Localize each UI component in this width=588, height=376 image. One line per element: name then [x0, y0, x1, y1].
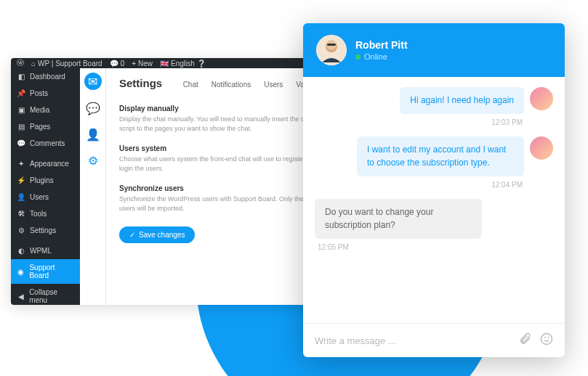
setting-desc: Choose what users system the front-end c… [119, 155, 323, 173]
sidebar-item-dashboard[interactable]: ◧Dashboard [11, 68, 80, 85]
dashboard-icon: ◧ [17, 73, 25, 81]
message-row: Do you want to change your subscription … [315, 199, 553, 239]
settings-tab-icon[interactable]: ⚙ [85, 152, 101, 168]
chat-messages: Hi again! I need help again 12:03 PM I w… [303, 77, 565, 323]
message-time: 12:05 PM [315, 243, 553, 251]
sidebar-item-wpml[interactable]: ◐WPML [11, 242, 80, 259]
agent-name: Robert Pitt [355, 39, 408, 51]
save-button[interactable]: ✓Save changes [119, 226, 195, 243]
chat-header: Robert Pitt Online [303, 23, 565, 77]
sidebar-item-support-board[interactable]: ◉Support Board [11, 259, 80, 284]
comments-icon: 💬 [17, 139, 25, 147]
media-icon: ▣ [17, 106, 25, 114]
online-dot-icon [355, 54, 361, 60]
lang-switch[interactable]: 🇬🇧 English ❔ [160, 60, 206, 68]
wpml-icon: ◐ [17, 247, 25, 255]
svg-point-5 [544, 337, 545, 338]
wp-admin-sidebar: ◧Dashboard 📌Posts ▣Media ▤Pages 💬Comment… [11, 68, 80, 305]
conversations-icon[interactable]: 💬 [85, 100, 101, 116]
pages-icon: ▤ [17, 123, 25, 131]
sidebar-item-settings[interactable]: ⚙Settings [11, 222, 80, 239]
users-icon: 👤 [17, 193, 25, 201]
sidebar-item-posts[interactable]: 📌Posts [11, 85, 80, 102]
brand-icon[interactable]: ✉ [84, 73, 102, 90]
sidebar-item-appearance[interactable]: ✦Appearance [11, 155, 80, 172]
message-row: Hi again! I need help again [315, 87, 553, 114]
pin-icon: 📌 [17, 89, 25, 97]
visitor-avatar [530, 87, 553, 110]
svg-rect-3 [327, 44, 336, 46]
setting-desc: Synchronize the WordPress users with Sup… [119, 195, 323, 213]
agent-status: Online [355, 52, 408, 61]
support-board-iconbar: ✉ 💬 👤 ⚙ [80, 68, 106, 305]
sidebar-item-pages[interactable]: ▤Pages [11, 118, 80, 135]
agent-avatar [316, 35, 347, 65]
message-bubble: Do you want to change your subscription … [315, 199, 482, 239]
message-bubble: I want to edit my account and I want to … [357, 136, 524, 176]
plug-icon: ⚡ [17, 176, 25, 184]
sidebar-item-users[interactable]: 👤Users [11, 189, 80, 205]
page-title: Settings [119, 77, 162, 89]
sidebar-item-media[interactable]: ▣Media [11, 102, 80, 118]
site-link[interactable]: ⌂ WP | Support Board [31, 60, 102, 68]
sidebar-collapse[interactable]: ◀Collapse menu [11, 284, 80, 305]
message-bubble: Hi again! I need help again [400, 87, 524, 114]
setting-desc: Display the chat manually. You will need… [119, 115, 323, 133]
message-row: I want to edit my account and I want to … [315, 136, 553, 176]
comments-link[interactable]: 💬 0 [110, 60, 125, 68]
visitor-avatar [530, 136, 553, 160]
tab-notifications[interactable]: Notifications [212, 81, 251, 93]
check-icon: ✓ [129, 231, 135, 239]
tab-chat[interactable]: Chat [183, 81, 198, 93]
users-tab-icon[interactable]: 👤 [85, 126, 101, 142]
collapse-icon: ◀ [17, 293, 25, 301]
support-board-icon: ◉ [17, 268, 25, 276]
svg-point-6 [548, 337, 549, 338]
new-link[interactable]: + New [132, 60, 153, 68]
brush-icon: ✦ [17, 160, 25, 168]
sidebar-item-comments[interactable]: 💬Comments [11, 135, 80, 152]
wp-logo-icon[interactable]: ⓦ [17, 58, 24, 68]
chat-widget: Robert Pitt Online Hi again! I need help… [303, 23, 565, 357]
sidebar-item-tools[interactable]: 🛠Tools [11, 205, 80, 222]
message-time: 12:04 PM [315, 181, 553, 189]
gear-icon: ⚙ [17, 226, 25, 234]
tab-users[interactable]: Users [264, 81, 283, 93]
attachment-icon[interactable] [518, 332, 531, 348]
message-time: 12:03 PM [315, 118, 553, 126]
tools-icon: 🛠 [17, 210, 25, 218]
svg-point-4 [541, 334, 552, 345]
chat-input-bar [303, 323, 565, 357]
sidebar-item-plugins[interactable]: ⚡Plugins [11, 172, 80, 189]
message-input[interactable] [315, 335, 510, 346]
emoji-icon[interactable] [540, 332, 553, 348]
